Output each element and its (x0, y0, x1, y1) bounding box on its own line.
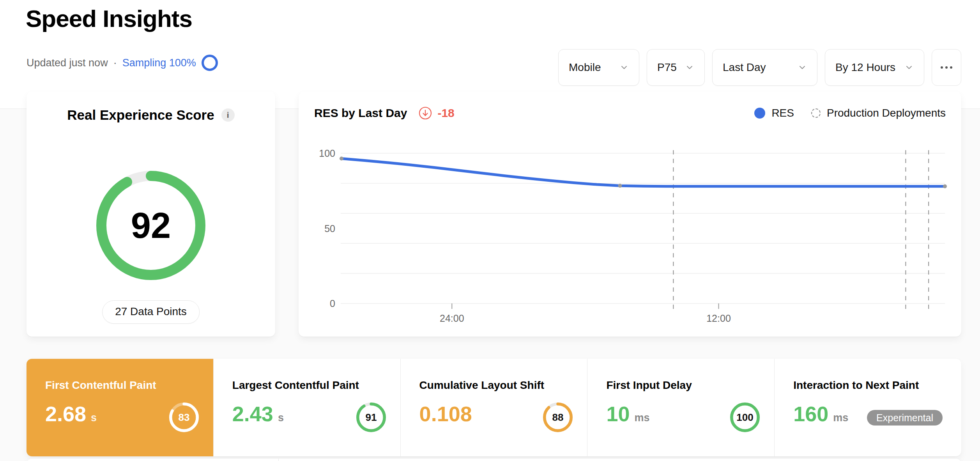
metric-card-largest-contentful-paint[interactable]: Largest Contentful Paint 2.43s 91 (213, 359, 400, 456)
res-card-title: Real Experience Score (67, 107, 214, 123)
next-section-partial (27, 459, 961, 461)
metric-value: 10ms (606, 402, 649, 426)
score-ring: 88 (543, 402, 573, 432)
metric-score-gauge: 91 (356, 402, 386, 432)
metric-score-gauge: 83 (169, 402, 199, 432)
metric-title: Largest Contentful Paint (232, 379, 359, 392)
interval-dropdown-label: By 12 Hours (835, 61, 895, 74)
metric-card-cumulative-layout-shift[interactable]: Cumulative Layout Shift 0.108 88 (400, 359, 587, 456)
svg-text:92: 92 (131, 206, 171, 245)
experimental-badge: Experimental (867, 410, 943, 426)
metric-unit: s (278, 412, 284, 424)
ellipsis-icon (941, 66, 943, 69)
dot-separator: · (113, 57, 117, 69)
svg-text:83: 83 (178, 411, 189, 423)
speed-insights-page: Speed Insights Updated just now · Sampli… (0, 0, 980, 461)
svg-text:50: 50 (324, 223, 335, 234)
sampling-link[interactable]: Sampling 100% (122, 57, 196, 69)
device-dropdown-label: Mobile (569, 61, 601, 74)
ellipsis-icon (950, 66, 952, 69)
metrics-row: First Contentful Paint 2.68s 83 Largest … (27, 359, 961, 456)
interval-dropdown[interactable]: By 12 Hours (825, 49, 924, 86)
score-ring: 91 (356, 402, 386, 432)
score-ring: 83 (169, 402, 199, 432)
metric-value: 160ms (793, 402, 848, 426)
page-title: Speed Insights (26, 5, 192, 32)
device-dropdown[interactable]: Mobile (558, 49, 639, 86)
more-options-button[interactable] (932, 49, 961, 86)
ellipsis-icon (945, 66, 948, 69)
data-points-pill[interactable]: 27 Data Points (102, 300, 200, 324)
real-experience-score-card: Real Experience Score i 92 27 Data Point… (27, 92, 275, 337)
sampling-ring-icon (202, 55, 218, 71)
percentile-dropdown-label: P75 (657, 61, 677, 74)
metric-value: 0.108 (419, 402, 472, 426)
res-card-header: Real Experience Score i (27, 107, 275, 123)
res-trend-chart[interactable]: 10050024:0012:00 (299, 92, 961, 337)
metric-unit: ms (634, 412, 649, 424)
updated-status: Updated just now (27, 57, 108, 69)
svg-text:24:00: 24:00 (440, 313, 464, 324)
score-ring: 100 (730, 402, 760, 432)
svg-text:12:00: 12:00 (706, 313, 731, 324)
metric-card-first-contentful-paint[interactable]: First Contentful Paint 2.68s 83 (27, 359, 213, 456)
date-range-dropdown[interactable]: Last Day (712, 49, 817, 86)
info-icon[interactable]: i (221, 108, 235, 122)
metric-title: First Contentful Paint (45, 379, 156, 392)
metric-value: 2.43s (232, 402, 284, 426)
res-trend-card: RES by Last Day -18 RES Production Deplo… (299, 92, 961, 337)
metric-value: 2.68s (45, 402, 97, 426)
metric-unit: s (91, 412, 97, 424)
metric-title: Interaction to Next Paint (793, 379, 919, 392)
chevron-down-icon (904, 63, 914, 72)
svg-text:91: 91 (365, 411, 377, 423)
score-ring: 92 (96, 171, 205, 280)
metric-title: First Input Delay (606, 379, 692, 392)
chevron-down-icon (619, 63, 629, 72)
svg-text:88: 88 (552, 411, 564, 423)
panel-divider (278, 459, 279, 461)
metric-unit: ms (833, 412, 848, 424)
chevron-down-icon (685, 63, 694, 72)
update-status-row: Updated just now · Sampling 100% (27, 55, 218, 71)
toolbar: Mobile P75 Last Day By 12 Hours (558, 49, 961, 86)
chevron-down-icon (798, 63, 807, 72)
metric-card-interaction-to-next-paint[interactable]: Interaction to Next Paint 160ms Experime… (774, 359, 961, 456)
res-score-gauge: 92 (96, 171, 205, 282)
date-range-dropdown-label: Last Day (723, 61, 766, 74)
svg-text:100: 100 (319, 148, 335, 159)
metric-score-gauge: 100 (730, 402, 760, 432)
metric-score-gauge: 88 (543, 402, 573, 432)
metric-title: Cumulative Layout Shift (419, 379, 544, 392)
svg-text:100: 100 (736, 411, 753, 423)
metric-card-first-input-delay[interactable]: First Input Delay 10ms 100 (587, 359, 774, 456)
svg-text:0: 0 (330, 298, 335, 309)
percentile-dropdown[interactable]: P75 (647, 49, 705, 86)
